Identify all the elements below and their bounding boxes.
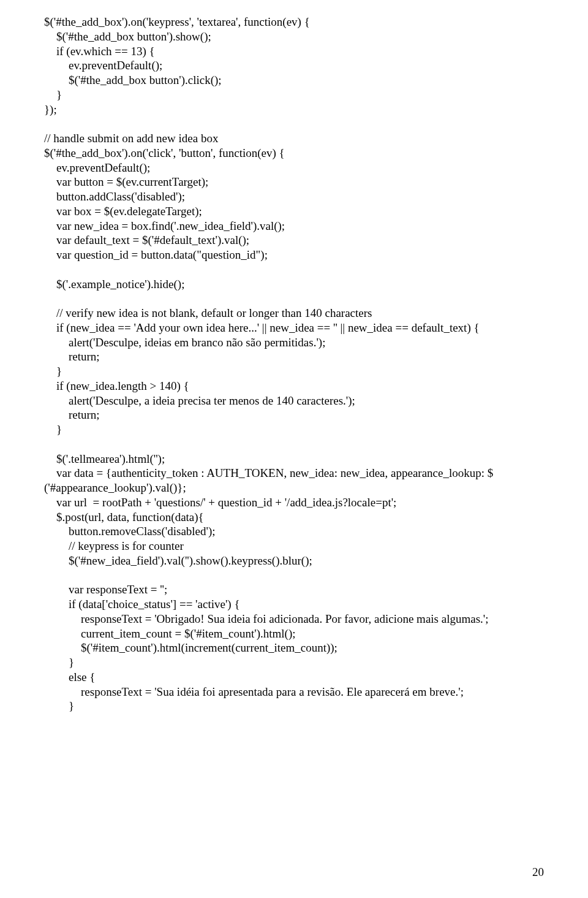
blank-line: [44, 116, 544, 131]
code-line: $('#item_count').html(increment(current_…: [44, 641, 544, 655]
code-line: var default_text = $('#default_text').va…: [44, 233, 544, 248]
code-line: var box = $(ev.delegateTarget);: [44, 204, 544, 219]
code-line: $('.tellmearea').html('');: [44, 452, 544, 466]
blank-line: [44, 568, 544, 583]
blank-line: [44, 291, 544, 306]
code-line: $('#the_add_box').on('keypress', 'textar…: [44, 15, 544, 29]
code-line: alert('Desculpe, a ideia precisa ter men…: [44, 394, 544, 408]
blank-line: [44, 437, 544, 452]
code-line: $('#the_add_box button').show();: [44, 29, 544, 44]
code-line: var responseText = '';: [44, 582, 544, 597]
code-line: responseText = 'Obrigado! Sua ideia foi …: [44, 612, 544, 626]
code-line: if (new_idea == 'Add your own idea here.…: [44, 321, 544, 335]
code-line: current_item_count = $('#item_count').ht…: [44, 626, 544, 641]
code-line: }: [44, 88, 544, 102]
code-line: $('#the_add_box button').click();: [44, 73, 544, 88]
code-line: $.post(url, data, function(data){: [44, 510, 544, 525]
code-line: responseText = 'Sua idéia foi apresentad…: [44, 685, 544, 699]
code-line: return;: [44, 349, 544, 364]
code-line: $('.example_notice').hide();: [44, 277, 544, 292]
code-line: // verify new idea is not blank, default…: [44, 306, 544, 321]
code-line: var new_idea = box.find('.new_idea_field…: [44, 219, 544, 234]
code-line: }: [44, 699, 544, 713]
code-line: }: [44, 655, 544, 670]
code-line: return;: [44, 408, 544, 422]
code-line: }: [44, 422, 544, 437]
code-line: // handle submit on add new idea box: [44, 131, 544, 146]
code-line: button.addClass('disabled');: [44, 189, 544, 204]
code-line: var url = rootPath + 'questions/' + ques…: [44, 495, 544, 510]
code-line: if (data['choice_status'] == 'active') {: [44, 597, 544, 612]
code-line: $('#the_add_box').on('click', 'button', …: [44, 146, 544, 161]
code-line: alert('Desculpe, ideias em branco não sã…: [44, 335, 544, 350]
code-line: ('#appearance_lookup').val()};: [44, 481, 544, 495]
code-line: button.removeClass('disabled');: [44, 524, 544, 539]
code-line: $('#new_idea_field').val('').show().keyp…: [44, 554, 544, 568]
code-line: }: [44, 364, 544, 379]
code-line: if (new_idea.length > 140) {: [44, 379, 544, 394]
code-line: ev.preventDefault();: [44, 161, 544, 175]
code-line: ev.preventDefault();: [44, 58, 544, 73]
code-line: var button = $(ev.currentTarget);: [44, 175, 544, 189]
code-line: else {: [44, 670, 544, 685]
document-page: $('#the_add_box').on('keypress', 'textar…: [0, 0, 588, 898]
blank-line: [44, 262, 544, 277]
page-number: 20: [532, 865, 544, 880]
code-line: });: [44, 102, 544, 117]
code-line: var data = {authenticity_token : AUTH_TO…: [44, 466, 544, 481]
code-line: // keypress is for counter: [44, 539, 544, 554]
code-line: if (ev.which == 13) {: [44, 44, 544, 59]
code-line: var question_id = button.data("question_…: [44, 248, 544, 262]
code-block: $('#the_add_box').on('keypress', 'textar…: [44, 15, 544, 713]
